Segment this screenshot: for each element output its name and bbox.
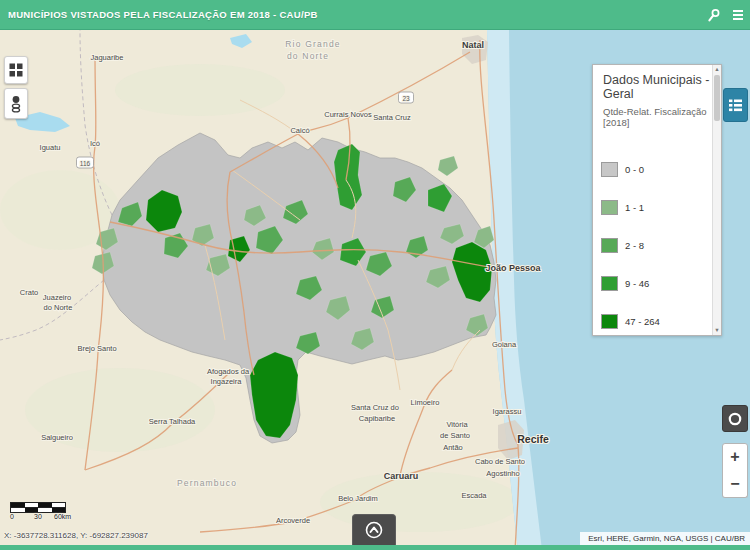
map-label: Cabo de Santo: [475, 457, 525, 466]
map-label: Antão: [443, 443, 463, 452]
highway-shield-label: 116: [80, 160, 91, 167]
attribute-table-toggle-button[interactable]: [352, 514, 396, 545]
map-label: Belo Jardim: [338, 494, 378, 503]
map-label: Iguatu: [40, 143, 61, 152]
expand-up-icon: [364, 520, 384, 540]
legend-item: 1 - 1: [601, 188, 721, 226]
legend-item-label: 0 - 0: [625, 164, 644, 175]
map-label: Goiana: [492, 340, 517, 349]
app-window: MUNICÍPIOS VISTADOS PELA FISCALIZAÇÃO EM…: [0, 0, 750, 550]
map-label: Capibaribe: [359, 414, 395, 423]
city-label: Caruaru: [384, 471, 419, 481]
highway-shield: 23: [399, 92, 414, 103]
map-label: de Santo: [440, 431, 470, 440]
map-label: Icó: [90, 139, 100, 148]
legend-layer-name: Qtde-Relat. Fiscalização [2018]: [603, 106, 711, 128]
legend-item-label: 1 - 1: [625, 202, 644, 213]
legend-swatch: [601, 200, 618, 215]
legend-item: 2 - 8: [601, 226, 721, 264]
map-label: Juazeiro: [43, 293, 71, 302]
legend-title: Dados Municipais - Geral: [603, 73, 711, 101]
map-label: Igarassu: [493, 407, 522, 416]
state-label: Pernambuco: [177, 478, 237, 488]
map-label: Santa Cruz do: [351, 403, 399, 412]
menu-button[interactable]: [730, 7, 746, 23]
locate-icon: [726, 410, 744, 428]
map-label: Escada: [461, 491, 487, 500]
legend-swatch: [601, 276, 618, 291]
scale-label-start: 0: [10, 513, 14, 520]
scroll-down-icon[interactable]: ▼: [713, 326, 721, 335]
legend-item-label: 2 - 8: [625, 240, 644, 251]
zoom-out-button[interactable]: −: [722, 470, 748, 498]
map-label: Santa Cruz: [373, 113, 411, 122]
layers-stack-icon: [8, 95, 24, 113]
map-label: Salgueiro: [41, 433, 73, 442]
legend-swatch: [601, 162, 618, 177]
scale-bar: 0 30 60km: [10, 502, 74, 523]
topbar-icons: [705, 0, 746, 30]
map-attribution: Esri, HERE, Garmin, NGA, USGS | CAU/BR: [580, 532, 750, 545]
map-label: Vitória: [446, 420, 468, 429]
legend-panel: Dados Municipais - Geral Qtde-Relat. Fis…: [592, 64, 722, 336]
basemap-grid-icon: [8, 62, 24, 78]
map-label: Crato: [20, 288, 38, 297]
search-button[interactable]: [705, 7, 721, 23]
map-label: Afogados da: [207, 367, 250, 376]
scroll-up-icon[interactable]: ▲: [713, 65, 721, 74]
app-title: MUNICÍPIOS VISTADOS PELA FISCALIZAÇÃO EM…: [0, 9, 318, 20]
legend-items: 0 - 0 1 - 1 2 - 8 9 - 46 47 - 264: [601, 150, 721, 340]
map-label: Limoeiro: [411, 398, 440, 407]
map-label: Serra Talhada: [149, 417, 196, 426]
highway-shield-label: 23: [402, 95, 410, 102]
legend-swatch: [601, 314, 618, 329]
legend-scrollbar[interactable]: ▲ ▼: [712, 65, 721, 335]
scale-label-mid: 30: [34, 513, 42, 520]
legend-list-icon: [728, 98, 743, 113]
zoom-in-button[interactable]: +: [722, 443, 748, 471]
city-label: Natal: [462, 40, 484, 50]
legend-item: 9 - 46: [601, 264, 721, 302]
map-label: Brejo Santo: [77, 344, 116, 353]
highway-shield: 116: [77, 157, 94, 168]
legend-item: 47 - 264: [601, 302, 721, 340]
legend-item-label: 9 - 46: [625, 278, 649, 289]
state-label: Rio Grande: [285, 39, 340, 49]
map-label: Agostinho: [486, 469, 519, 478]
footer-accent-bar: [0, 545, 750, 550]
scrollbar-thumb[interactable]: [714, 75, 720, 121]
scale-label-end: 60km: [54, 513, 71, 520]
legend-item: 0 - 0: [601, 150, 721, 188]
map-label: Currais Novos: [324, 110, 372, 119]
map-label: Ingazeira: [211, 377, 243, 386]
app-header: MUNICÍPIOS VISTADOS PELA FISCALIZAÇÃO EM…: [0, 0, 750, 30]
locate-button[interactable]: [722, 405, 748, 432]
layer-list-button[interactable]: [4, 88, 28, 119]
search-icon: [706, 8, 721, 23]
map-label: do Norte: [44, 303, 73, 312]
map-label: Caicó: [290, 126, 309, 135]
map-label: Jaguaribe: [91, 53, 124, 62]
legend-swatch: [601, 238, 618, 253]
coordinate-readout: X: -3637728.311628, Y: -692827.239087: [4, 531, 148, 540]
city-label: Recife: [517, 433, 549, 445]
city-label: João Pessoa: [485, 263, 541, 273]
map-label: Arcoverde: [276, 516, 310, 525]
menu-icon: [733, 8, 743, 22]
legend-item-label: 47 - 264: [625, 316, 660, 327]
state-label: do Norte: [287, 51, 329, 61]
basemap-gallery-button[interactable]: [4, 56, 28, 84]
legend-toggle-button[interactable]: [723, 88, 748, 122]
